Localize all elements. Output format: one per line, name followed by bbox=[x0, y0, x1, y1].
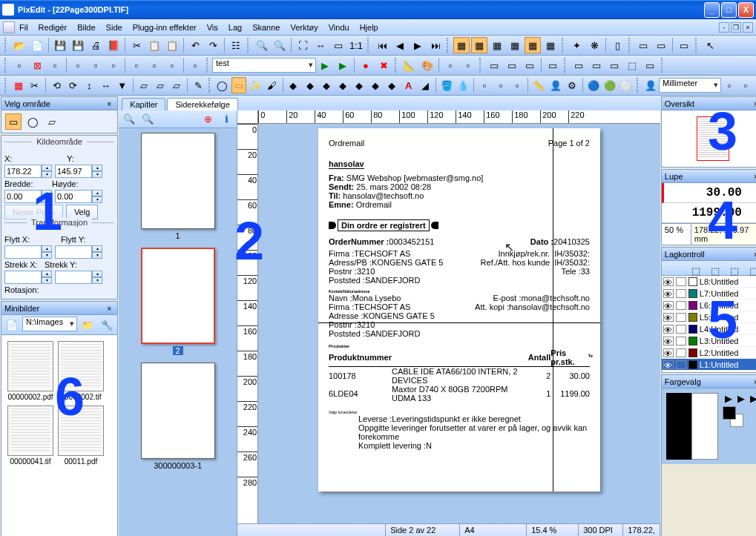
ps-zoomin-icon[interactable]: 🔍 bbox=[139, 111, 156, 128]
wand-icon[interactable]: ✨ bbox=[248, 77, 263, 93]
eye-icon[interactable]: 👁 bbox=[663, 325, 674, 334]
crop-icon[interactable]: ✂ bbox=[27, 77, 42, 93]
pointer-icon[interactable]: ↖ bbox=[702, 37, 718, 53]
d3-icon[interactable]: ◆ bbox=[319, 77, 334, 93]
misc3-icon[interactable]: ▯ bbox=[609, 37, 625, 53]
lock-icon[interactable] bbox=[676, 301, 686, 310]
tab-siderekke[interactable]: Siderekkefølge bbox=[167, 98, 237, 110]
rot2-icon[interactable]: ⟳ bbox=[65, 77, 80, 93]
ps-info-icon[interactable]: ℹ bbox=[218, 111, 234, 128]
zoom-width-icon[interactable]: ↔ bbox=[312, 37, 329, 53]
tool-icon[interactable]: 🔧 bbox=[99, 317, 115, 333]
menu-fil[interactable]: Fil bbox=[19, 23, 28, 32]
drop-icon[interactable]: 💧 bbox=[456, 77, 470, 93]
page-c-icon[interactable]: ▫ bbox=[105, 57, 122, 73]
c1-icon[interactable]: 🔵 bbox=[586, 77, 601, 93]
panel-close-icon[interactable]: × bbox=[751, 250, 756, 259]
cut-icon[interactable]: ✂ bbox=[128, 37, 145, 53]
w-input[interactable] bbox=[4, 190, 42, 203]
panel-close-icon[interactable]: × bbox=[104, 99, 114, 108]
layout2-icon[interactable]: ▭ bbox=[653, 37, 669, 53]
page-e-icon[interactable]: ▫ bbox=[146, 57, 162, 73]
nav-first-icon[interactable]: ⏮ bbox=[374, 37, 390, 53]
open-folder-icon[interactable]: 📂 bbox=[11, 37, 27, 53]
brush-icon[interactable]: 🖌 bbox=[264, 77, 279, 93]
browse-icon[interactable]: 📁 bbox=[79, 317, 96, 333]
tool-d-icon[interactable]: ▫ bbox=[460, 57, 476, 73]
layer-row[interactable]: 👁L4:Untitled bbox=[662, 323, 756, 335]
pick-button[interactable]: Velg bbox=[66, 205, 98, 219]
sel-free-icon[interactable]: ◯ bbox=[24, 113, 41, 130]
layer-row[interactable]: 👁L3:Untitled bbox=[662, 335, 756, 347]
rot3-icon[interactable]: ↕ bbox=[82, 77, 96, 93]
end2-icon[interactable]: ▫ bbox=[738, 77, 753, 93]
lock-icon[interactable] bbox=[676, 325, 686, 334]
minimize-button[interactable]: _ bbox=[704, 2, 720, 18]
fx2-icon[interactable]: ▭ bbox=[588, 57, 605, 73]
close-button[interactable]: X bbox=[738, 2, 754, 18]
eye-icon[interactable]: 👁 bbox=[663, 348, 674, 357]
y-input[interactable] bbox=[55, 165, 92, 178]
win4-icon[interactable]: ▭ bbox=[545, 57, 561, 73]
fx5-icon[interactable]: ▭ bbox=[642, 57, 658, 73]
panel-close-icon[interactable]: × bbox=[751, 172, 756, 181]
lock-icon[interactable] bbox=[676, 360, 686, 369]
misc2-icon[interactable]: ❋ bbox=[586, 37, 602, 53]
h-input[interactable] bbox=[55, 190, 92, 203]
undo-icon[interactable]: ↶ bbox=[187, 37, 203, 53]
panel-close-icon[interactable]: × bbox=[104, 304, 114, 313]
zoom-sel-icon[interactable]: ▭ bbox=[330, 37, 346, 53]
layout1-icon[interactable]: ▭ bbox=[635, 37, 651, 53]
record-icon[interactable]: ● bbox=[358, 57, 374, 73]
nav-next-icon[interactable]: ▶ bbox=[410, 37, 426, 53]
pen-icon[interactable]: ✎ bbox=[191, 77, 206, 93]
play2-btn-icon[interactable]: ▶ bbox=[736, 393, 746, 403]
lock-icon[interactable] bbox=[676, 277, 686, 286]
menu-verktoy[interactable]: Verktøy bbox=[290, 23, 318, 32]
lock-icon[interactable] bbox=[676, 289, 686, 298]
view-mode1-icon[interactable]: ▦ bbox=[453, 37, 470, 53]
d4-icon[interactable]: ◆ bbox=[335, 77, 350, 93]
lock-icon[interactable] bbox=[676, 337, 686, 345]
win2-icon[interactable]: ▭ bbox=[504, 57, 520, 73]
page-b-icon[interactable]: ▫ bbox=[88, 57, 104, 73]
view-mode4-icon[interactable]: ▦ bbox=[507, 37, 523, 53]
page-thumb[interactable]: 2 bbox=[123, 248, 232, 355]
path-combo[interactable]: N:\Images bbox=[22, 317, 77, 331]
maximize-button[interactable]: □ bbox=[721, 2, 737, 18]
sy-input[interactable] bbox=[55, 271, 92, 284]
m1-icon[interactable]: 📏 bbox=[531, 77, 546, 93]
nav-last-icon[interactable]: ⏭ bbox=[427, 37, 444, 53]
layer-row[interactable]: 👁L1:Untitled bbox=[662, 359, 756, 371]
rot1-icon[interactable]: ⟲ bbox=[49, 77, 64, 93]
panel-close-icon[interactable]: × bbox=[751, 99, 756, 108]
play-btn-icon[interactable]: ▶ bbox=[723, 393, 734, 403]
file-thumb[interactable] bbox=[58, 406, 104, 456]
menu-vindu[interactable]: Vindu bbox=[329, 23, 349, 32]
play3-btn-icon[interactable]: ▶ bbox=[749, 393, 756, 403]
page-a-icon[interactable]: ▫ bbox=[70, 57, 86, 73]
win3-icon[interactable]: ▭ bbox=[522, 57, 538, 73]
layer-row[interactable]: 👁L2:Untitled bbox=[662, 347, 756, 359]
win1-icon[interactable]: ▭ bbox=[486, 57, 502, 73]
nav-prev-icon[interactable]: ◀ bbox=[392, 37, 408, 53]
layout3-icon[interactable]: ▭ bbox=[676, 37, 692, 53]
misc1-icon[interactable]: ✦ bbox=[568, 37, 585, 53]
fx1-icon[interactable]: ▭ bbox=[571, 57, 587, 73]
copy-icon[interactable]: 📋 bbox=[146, 37, 162, 53]
skew3-icon[interactable]: ▱ bbox=[169, 77, 184, 93]
x-input[interactable] bbox=[4, 165, 42, 178]
stop-icon[interactable]: ✖ bbox=[375, 57, 392, 73]
ps-zoomout-icon[interactable]: 🔍 bbox=[121, 111, 137, 128]
rot5-icon[interactable]: ▼ bbox=[115, 77, 130, 93]
panel-close-icon[interactable]: × bbox=[751, 377, 756, 386]
menu-hjelp[interactable]: Hjelp bbox=[360, 23, 378, 32]
document-canvas[interactable]: OrdremailPage 1 of 2 hansolav Fra: SMG W… bbox=[258, 124, 660, 523]
page-f-icon[interactable]: ▫ bbox=[164, 57, 180, 73]
file-thumb[interactable] bbox=[58, 341, 104, 391]
mdi-close-button[interactable]: × bbox=[743, 22, 753, 33]
save-multi-icon[interactable]: 💾 bbox=[70, 37, 86, 53]
fy-input[interactable] bbox=[55, 245, 92, 259]
s1-icon[interactable]: ▫ bbox=[477, 77, 492, 93]
user-icon[interactable]: 👤 bbox=[643, 77, 658, 93]
